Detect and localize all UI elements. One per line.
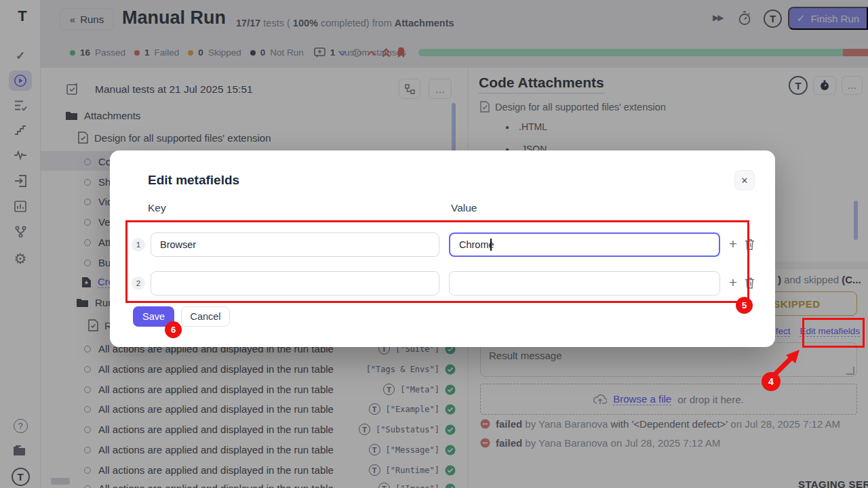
cancel-button[interactable]: Cancel — [181, 306, 230, 327]
value-column-header: Value — [451, 202, 477, 214]
modal-close-button[interactable]: ✕ — [734, 170, 755, 190]
annotation-box-5 — [125, 220, 749, 303]
annotation-badge-6: 6 — [165, 321, 182, 338]
annotation-badge-4: 4 — [762, 372, 781, 391]
modal-title: Edit metafields — [148, 173, 239, 188]
annotation-badge-5: 5 — [736, 297, 753, 314]
key-column-header: Key — [148, 202, 166, 214]
annotation-box-4 — [802, 318, 865, 348]
